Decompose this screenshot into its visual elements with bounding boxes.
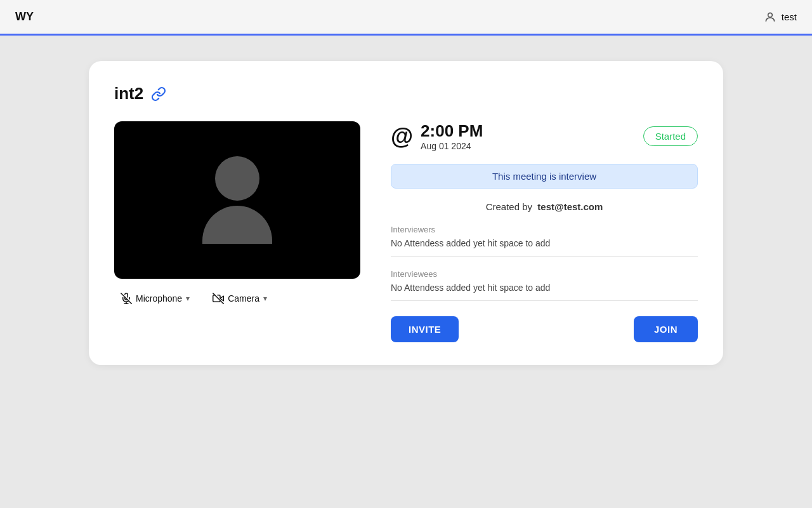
camera-label: Camera xyxy=(228,293,259,304)
creator-email: test@test.com xyxy=(537,201,603,212)
media-controls: Microphone ▾ Camera ▾ xyxy=(114,289,360,308)
navbar-logo: WY xyxy=(15,10,34,23)
camera-off-icon xyxy=(213,293,224,304)
navbar-user: test xyxy=(764,11,797,23)
interviewees-empty: No Attendess added yet hit space to add xyxy=(391,283,698,293)
time-info: @ 2:00 PM Aug 01 2024 xyxy=(391,121,483,151)
interviewers-empty: No Attendess added yet hit space to add xyxy=(391,238,698,248)
action-row: INVITE JOIN xyxy=(391,316,698,342)
meeting-title: int2 xyxy=(114,84,143,104)
camera-control[interactable]: Camera ▾ xyxy=(206,289,273,308)
avatar-placeholder xyxy=(202,156,272,244)
avatar-body xyxy=(202,206,272,244)
interviewers-label: Interviewers xyxy=(391,225,698,234)
meeting-card: int2 xyxy=(89,61,723,365)
right-column: @ 2:00 PM Aug 01 2024 Started This meeti… xyxy=(391,121,698,342)
microphone-label: Microphone xyxy=(136,293,182,304)
status-badge: Started xyxy=(643,126,698,146)
created-by-label: Created by xyxy=(486,201,532,212)
microphone-off-icon xyxy=(121,293,132,304)
microphone-control[interactable]: Microphone ▾ xyxy=(114,289,196,308)
join-button[interactable]: JOIN xyxy=(634,316,698,342)
svg-point-0 xyxy=(768,13,772,17)
navbar: WY test xyxy=(0,0,812,36)
card-body: Microphone ▾ Camera ▾ xyxy=(114,121,698,342)
avatar-head xyxy=(215,156,259,201)
created-by: Created by test@test.com xyxy=(391,201,698,212)
meeting-time: 2:00 PM xyxy=(421,121,483,141)
interviewers-section: Interviewers No Attendess added yet hit … xyxy=(391,225,698,257)
card-header: int2 xyxy=(114,84,698,104)
interviewees-label: Interviewees xyxy=(391,269,698,279)
interview-notice: This meeting is interview xyxy=(391,164,698,189)
camera-chevron-icon: ▾ xyxy=(263,294,267,303)
at-symbol: @ xyxy=(391,125,413,148)
time-row: @ 2:00 PM Aug 01 2024 Started xyxy=(391,121,698,151)
meeting-date: Aug 01 2024 xyxy=(421,141,483,151)
time-details: 2:00 PM Aug 01 2024 xyxy=(421,121,483,151)
video-preview xyxy=(114,121,360,279)
person-icon xyxy=(764,11,776,23)
invite-button[interactable]: INVITE xyxy=(391,316,459,342)
link-icon[interactable] xyxy=(151,86,166,102)
microphone-chevron-icon: ▾ xyxy=(186,294,190,303)
main-content: int2 xyxy=(0,36,812,391)
interviewees-section: Interviewees No Attendess added yet hit … xyxy=(391,269,698,301)
username-label: test xyxy=(782,11,797,22)
left-column: Microphone ▾ Camera ▾ xyxy=(114,121,360,342)
